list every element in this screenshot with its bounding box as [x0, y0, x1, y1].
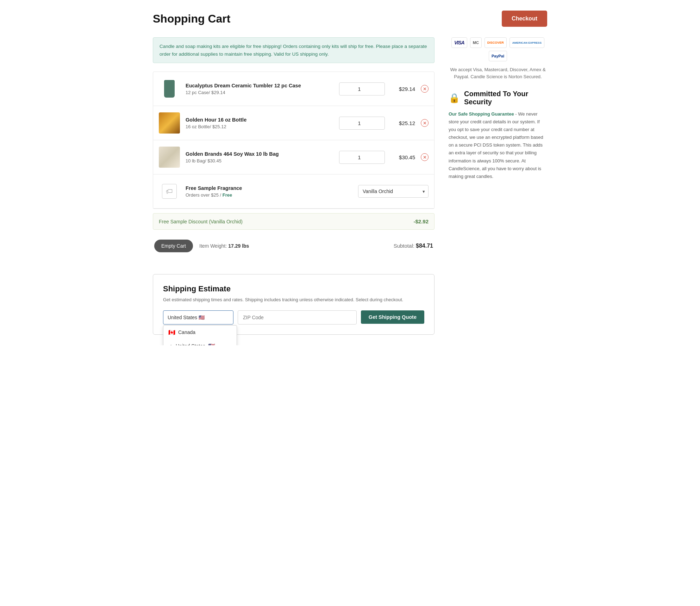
item-price: $30.45 [390, 154, 415, 160]
payment-note: We accept Visa, Mastercard, Discover, Am… [449, 66, 547, 80]
country-option-canada[interactable]: 🇨🇦 Canada [163, 326, 237, 339]
free-sample-info: Free Sample Fragrance Orders over $25 / … [186, 185, 352, 198]
table-row: Golden Brands 464 Soy Wax 10 lb Bag 10 l… [153, 140, 434, 174]
free-sample-row: 🏷 Free Sample Fragrance Orders over $25 … [153, 174, 434, 209]
tag-icon: 🏷 [162, 184, 177, 199]
empty-cart-button[interactable]: Empty Cart [154, 240, 193, 252]
item-weight: Item Weight: 17.29 lbs [199, 243, 249, 249]
shipping-description: Get estimated shipping times and rates. … [163, 296, 424, 303]
canada-flag-icon: 🇨🇦 [168, 329, 175, 336]
remove-icon: ✕ [421, 85, 429, 93]
remove-item-button[interactable]: ✕ [421, 119, 429, 127]
us-flag-icon: 🇺🇸 [208, 343, 215, 345]
security-section: 🔒 Committed To Your Security Our Safe Sh… [449, 90, 547, 180]
item-info: Golden Hour 16 oz Bottle 16 oz Bottle/ $… [186, 117, 333, 129]
item-meta: 10 lb Bag/ $30.45 [186, 158, 333, 163]
shipping-estimate-section: Shipping Estimate Get estimated shipping… [153, 274, 435, 335]
item-image-tumbler [159, 78, 180, 99]
page-title: Shopping Cart [153, 12, 230, 25]
cart-items-container: Eucalyptus Dream Ceramic Tumbler 12 pc C… [153, 72, 435, 209]
discount-amount: -$2.92 [413, 218, 429, 224]
banner-text: Candle and soap making kits are eligible… [160, 43, 428, 58]
table-row: Eucalyptus Dream Ceramic Tumbler 12 pc C… [153, 72, 434, 106]
sidebar: VISA MC DISCOVER AMERICAN EXPRESS PayPal… [449, 37, 547, 335]
item-image-soy [159, 147, 180, 168]
footer-left: Empty Cart Item Weight: 17.29 lbs [154, 240, 249, 252]
item-name: Golden Hour 16 oz Bottle [186, 117, 333, 123]
country-option-us[interactable]: ✓ United States 🇺🇸 [163, 339, 237, 345]
cart-section: Candle and soap making kits are eligible… [153, 37, 435, 335]
shipping-controls: United States 🇺🇸 Canada 🇨🇦 🇨🇦 Canada ✓ [163, 310, 424, 324]
zip-code-input[interactable] [238, 310, 357, 324]
security-header: 🔒 Committed To Your Security [449, 90, 547, 106]
fragrance-select[interactable]: Vanilla Orchid Lavender Dreams Fresh Lin… [358, 185, 429, 198]
quantity-stepper[interactable] [339, 117, 385, 130]
item-quantity-wrapper [339, 151, 385, 164]
free-sample-name: Free Sample Fragrance [186, 185, 352, 191]
item-info: Eucalyptus Dream Ceramic Tumbler 12 pc C… [186, 83, 333, 95]
mastercard-payment-icon: MC [470, 37, 482, 48]
remove-icon: ✕ [421, 119, 429, 127]
item-quantity-wrapper [339, 82, 385, 95]
country-select-wrapper: United States 🇺🇸 Canada 🇨🇦 🇨🇦 Canada ✓ [163, 310, 233, 324]
free-sample-meta: Orders over $25 / Free [186, 192, 352, 198]
discount-row: Free Sample Discount (Vanilla Orchid) -$… [153, 213, 435, 230]
lock-icon: 🔒 [449, 93, 460, 104]
security-link[interactable]: Our Safe Shopping Guarantee [449, 111, 514, 117]
quantity-stepper[interactable] [339, 82, 385, 95]
payment-icons: VISA MC DISCOVER AMERICAN EXPRESS PayPal [449, 37, 547, 61]
subtotal: Subtotal: $84.71 [394, 243, 433, 249]
amex-payment-icon: AMERICAN EXPRESS [510, 37, 544, 48]
get-shipping-quote-button[interactable]: Get Shipping Quote [361, 310, 424, 324]
discover-payment-icon: DISCOVER [485, 37, 507, 48]
fragrance-select-wrapper: Vanilla Orchid Lavender Dreams Fresh Lin… [358, 185, 429, 198]
country-dropdown: 🇨🇦 Canada ✓ United States 🇺🇸 [163, 325, 237, 345]
cart-footer: Empty Cart Item Weight: 17.29 lbs Subtot… [153, 235, 435, 256]
item-info: Golden Brands 464 Soy Wax 10 lb Bag 10 l… [186, 151, 333, 163]
security-title: Committed To Your Security [464, 90, 547, 106]
remove-icon: ✕ [421, 153, 429, 161]
checkout-button[interactable]: Checkout [502, 11, 547, 27]
item-name: Eucalyptus Dream Ceramic Tumbler 12 pc C… [186, 83, 333, 88]
free-shipping-banner: Candle and soap making kits are eligible… [153, 37, 435, 63]
item-meta: 16 oz Bottle/ $25.12 [186, 124, 333, 129]
item-price: $29.14 [390, 86, 415, 92]
paypal-payment-icon: PayPal [489, 51, 507, 61]
table-row: Golden Hour 16 oz Bottle 16 oz Bottle/ $… [153, 106, 434, 140]
item-meta: 12 pc Case/ $29.14 [186, 90, 333, 95]
shipping-title: Shipping Estimate [163, 284, 424, 293]
remove-item-button[interactable]: ✕ [421, 153, 429, 161]
discount-label: Free Sample Discount (Vanilla Orchid) [159, 219, 243, 224]
remove-item-button[interactable]: ✕ [421, 85, 429, 93]
item-price: $25.12 [390, 120, 415, 126]
checkmark-icon: ✓ [168, 344, 172, 345]
item-name: Golden Brands 464 Soy Wax 10 lb Bag [186, 151, 333, 157]
quantity-stepper[interactable] [339, 151, 385, 164]
country-select[interactable]: United States 🇺🇸 Canada 🇨🇦 [163, 310, 233, 324]
visa-payment-icon: VISA [451, 37, 467, 48]
item-image-golden [159, 112, 180, 134]
security-body: Our Safe Shopping Guarantee - We never s… [449, 110, 547, 180]
sample-image: 🏷 [159, 181, 180, 202]
item-quantity-wrapper [339, 117, 385, 130]
